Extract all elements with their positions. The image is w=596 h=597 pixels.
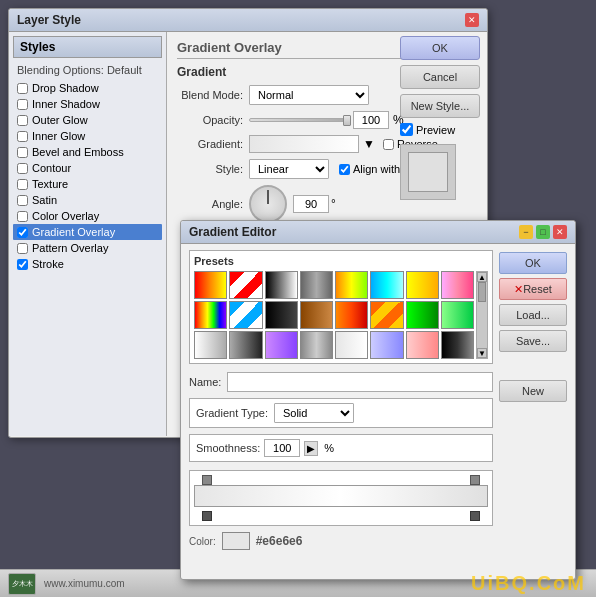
scroll-down-arrow[interactable]: ▼: [477, 348, 487, 358]
preset-item-6[interactable]: [406, 271, 439, 299]
gradient-type-row: Gradient Type: Solid: [189, 398, 493, 428]
style-contour[interactable]: Contour: [13, 160, 162, 176]
color-stop-right[interactable]: [470, 511, 480, 521]
ge-reset-button[interactable]: ✕Reset: [499, 278, 567, 300]
gradient-overlay-checkbox[interactable]: [17, 227, 28, 238]
bevel-emboss-checkbox[interactable]: [17, 147, 28, 158]
scroll-up-arrow[interactable]: ▲: [477, 272, 487, 282]
style-bevel-emboss[interactable]: Bevel and Emboss: [13, 144, 162, 160]
opacity-stop-left[interactable]: [202, 475, 212, 485]
scroll-thumb[interactable]: [478, 282, 486, 302]
preset-item-21[interactable]: [370, 331, 403, 359]
presets-section: Presets ▲ ▼: [189, 250, 493, 364]
preset-item-22[interactable]: [406, 331, 439, 359]
opacity-input[interactable]: [353, 111, 389, 129]
preset-item-7[interactable]: [441, 271, 474, 299]
spacer: [499, 356, 567, 376]
presets-grid: [194, 271, 474, 359]
preset-item-17[interactable]: [229, 331, 262, 359]
ge-load-button[interactable]: Load...: [499, 304, 567, 326]
layer-style-titlebar: Layer Style ✕: [9, 9, 487, 32]
preset-item-11[interactable]: [300, 301, 333, 329]
preset-item-8[interactable]: [194, 301, 227, 329]
style-texture[interactable]: Texture: [13, 176, 162, 192]
preset-item-13[interactable]: [370, 301, 403, 329]
preset-item-12[interactable]: [335, 301, 368, 329]
smoothness-unit: %: [324, 442, 334, 454]
preset-item-14[interactable]: [406, 301, 439, 329]
cancel-button[interactable]: Cancel: [400, 65, 480, 89]
opacity-slider[interactable]: [249, 118, 349, 122]
gradient-editor-close[interactable]: ✕: [553, 225, 567, 239]
preset-item-2[interactable]: [265, 271, 298, 299]
preset-item-4[interactable]: [335, 271, 368, 299]
reverse-checkbox[interactable]: [383, 139, 394, 150]
website-text: www.ximumu.com: [44, 578, 125, 589]
color-stop-left[interactable]: [202, 511, 212, 521]
outer-glow-checkbox[interactable]: [17, 115, 28, 126]
angle-dial[interactable]: [249, 185, 287, 223]
drop-shadow-checkbox[interactable]: [17, 83, 28, 94]
contour-checkbox[interactable]: [17, 163, 28, 174]
stroke-checkbox[interactable]: [17, 259, 28, 270]
color-stop-info: Color: #e6e6e6: [189, 532, 493, 550]
style-inner-shadow[interactable]: Inner Shadow: [13, 96, 162, 112]
style-select[interactable]: Linear: [249, 159, 329, 179]
smoothness-input[interactable]: [264, 439, 300, 457]
ge-new-button[interactable]: New: [499, 380, 567, 402]
preset-item-19[interactable]: [300, 331, 333, 359]
ge-save-button[interactable]: Save...: [499, 330, 567, 352]
preset-item-0[interactable]: [194, 271, 227, 299]
style-drop-shadow[interactable]: Drop Shadow: [13, 80, 162, 96]
satin-checkbox[interactable]: [17, 195, 28, 206]
preview-checkbox[interactable]: [400, 123, 413, 136]
ge-ok-button[interactable]: OK: [499, 252, 567, 274]
preset-item-15[interactable]: [441, 301, 474, 329]
texture-checkbox[interactable]: [17, 179, 28, 190]
layer-style-close-button[interactable]: ✕: [465, 13, 479, 27]
style-gradient-overlay[interactable]: Gradient Overlay: [13, 224, 162, 240]
angle-input[interactable]: [293, 195, 329, 213]
inner-shadow-checkbox[interactable]: [17, 99, 28, 110]
preset-item-3[interactable]: [300, 271, 333, 299]
maximize-button[interactable]: □: [536, 225, 550, 239]
align-layer-checkbox[interactable]: [339, 164, 350, 175]
gradient-preview[interactable]: [249, 135, 359, 153]
name-input[interactable]: Custom: [227, 372, 493, 392]
inner-glow-checkbox[interactable]: [17, 131, 28, 142]
smoothness-label: Smoothness:: [196, 442, 260, 454]
style-pattern-overlay[interactable]: Pattern Overlay: [13, 240, 162, 256]
angle-degree: °: [331, 197, 336, 211]
preset-item-10[interactable]: [265, 301, 298, 329]
gradient-dropdown-arrow[interactable]: ▼: [363, 137, 375, 151]
style-stroke[interactable]: Stroke: [13, 256, 162, 272]
pattern-overlay-checkbox[interactable]: [17, 243, 28, 254]
opacity-stop-right[interactable]: [470, 475, 480, 485]
gradient-bar[interactable]: [194, 485, 488, 507]
watermark: UiBQ.CoM: [471, 572, 586, 595]
preset-item-18[interactable]: [265, 331, 298, 359]
style-satin[interactable]: Satin: [13, 192, 162, 208]
preset-item-9[interactable]: [229, 301, 262, 329]
color-stop-label: Color:: [189, 536, 216, 547]
preset-item-16[interactable]: [194, 331, 227, 359]
styles-panel: Styles Blending Options: Default Drop Sh…: [9, 32, 167, 436]
style-color-overlay[interactable]: Color Overlay: [13, 208, 162, 224]
ok-button[interactable]: OK: [400, 36, 480, 60]
gradient-type-select[interactable]: Solid: [274, 403, 354, 423]
preset-item-20[interactable]: [335, 331, 368, 359]
smoothness-spinner[interactable]: ▶: [304, 441, 318, 456]
style-outer-glow[interactable]: Outer Glow: [13, 112, 162, 128]
new-style-button[interactable]: New Style...: [400, 94, 480, 118]
preset-item-1[interactable]: [229, 271, 262, 299]
color-swatch[interactable]: [222, 532, 250, 550]
blend-mode-select[interactable]: Normal: [249, 85, 369, 105]
minimize-button[interactable]: −: [519, 225, 533, 239]
titlebar-controls: − □ ✕: [519, 225, 567, 239]
color-overlay-checkbox[interactable]: [17, 211, 28, 222]
preset-item-5[interactable]: [370, 271, 403, 299]
style-inner-glow[interactable]: Inner Glow: [13, 128, 162, 144]
presets-area: ▲ ▼: [194, 271, 488, 359]
preset-item-23[interactable]: [441, 331, 474, 359]
gradient-label: Gradient:: [177, 138, 249, 150]
